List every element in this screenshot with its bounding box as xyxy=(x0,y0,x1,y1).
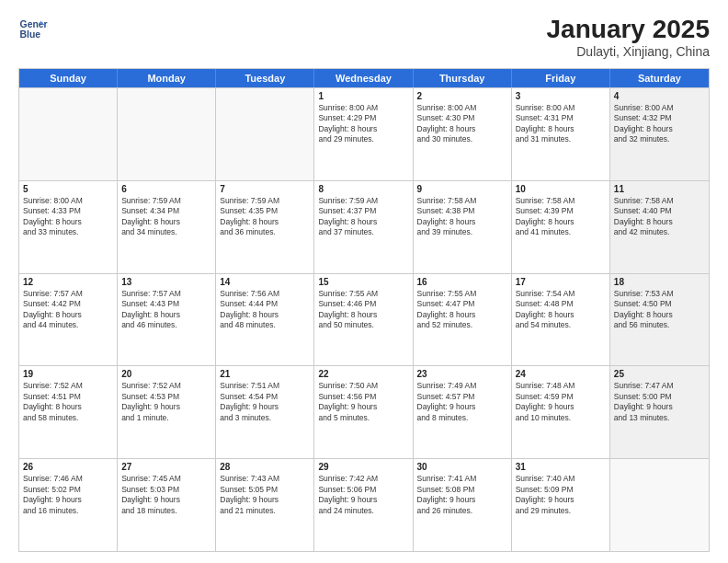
calendar-cell: 27Sunrise: 7:45 AM Sunset: 5:03 PM Dayli… xyxy=(118,459,216,551)
day-number: 23 xyxy=(417,369,507,379)
calendar-cell: 4Sunrise: 8:00 AM Sunset: 4:32 PM Daylig… xyxy=(610,88,709,180)
day-number: 27 xyxy=(121,462,211,472)
day-number: 5 xyxy=(23,184,113,194)
cell-text: Sunrise: 7:42 AM Sunset: 5:06 PM Dayligh… xyxy=(318,474,408,516)
calendar-cell: 2Sunrise: 8:00 AM Sunset: 4:30 PM Daylig… xyxy=(414,88,512,180)
calendar-cell xyxy=(610,459,709,551)
calendar-cell: 21Sunrise: 7:51 AM Sunset: 4:54 PM Dayli… xyxy=(216,366,314,458)
calendar-cell: 31Sunrise: 7:40 AM Sunset: 5:09 PM Dayli… xyxy=(512,459,610,551)
logo-icon: General Blue xyxy=(18,15,48,44)
title-block: January 2025 Dulayti, Xinjiang, China xyxy=(547,15,710,59)
calendar: SundayMondayTuesdayWednesdayThursdayFrid… xyxy=(18,68,710,552)
day-number: 6 xyxy=(121,184,211,194)
calendar-cell: 28Sunrise: 7:43 AM Sunset: 5:05 PM Dayli… xyxy=(216,459,314,551)
day-number: 14 xyxy=(220,277,310,287)
calendar-cell: 1Sunrise: 8:00 AM Sunset: 4:29 PM Daylig… xyxy=(314,88,413,180)
cell-text: Sunrise: 7:55 AM Sunset: 4:46 PM Dayligh… xyxy=(318,289,408,331)
day-number: 10 xyxy=(516,184,606,194)
calendar-cell: 29Sunrise: 7:42 AM Sunset: 5:06 PM Dayli… xyxy=(314,459,413,551)
cell-text: Sunrise: 7:57 AM Sunset: 4:42 PM Dayligh… xyxy=(23,289,113,331)
calendar-header: SundayMondayTuesdayWednesdayThursdayFrid… xyxy=(19,69,709,87)
weekday-header-friday: Friday xyxy=(512,69,610,87)
page: General Blue January 2025 Dulayti, Xinji… xyxy=(0,0,728,563)
calendar-cell: 14Sunrise: 7:56 AM Sunset: 4:44 PM Dayli… xyxy=(216,274,314,366)
calendar-cell: 5Sunrise: 8:00 AM Sunset: 4:33 PM Daylig… xyxy=(19,181,118,273)
calendar-cell: 9Sunrise: 7:58 AM Sunset: 4:38 PM Daylig… xyxy=(414,181,512,273)
calendar-cell: 18Sunrise: 7:53 AM Sunset: 4:50 PM Dayli… xyxy=(610,274,709,366)
cell-text: Sunrise: 7:59 AM Sunset: 4:34 PM Dayligh… xyxy=(121,196,211,238)
day-number: 4 xyxy=(614,91,705,101)
weekday-header-tuesday: Tuesday xyxy=(216,69,314,87)
calendar-cell: 17Sunrise: 7:54 AM Sunset: 4:48 PM Dayli… xyxy=(512,274,610,366)
calendar-cell: 13Sunrise: 7:57 AM Sunset: 4:43 PM Dayli… xyxy=(118,274,216,366)
cell-text: Sunrise: 7:41 AM Sunset: 5:08 PM Dayligh… xyxy=(417,474,507,516)
cell-text: Sunrise: 8:00 AM Sunset: 4:32 PM Dayligh… xyxy=(614,103,705,145)
calendar-row-5: 26Sunrise: 7:46 AM Sunset: 5:02 PM Dayli… xyxy=(19,458,709,551)
weekday-header-thursday: Thursday xyxy=(414,69,512,87)
cell-text: Sunrise: 7:47 AM Sunset: 5:00 PM Dayligh… xyxy=(614,381,705,423)
weekday-header-monday: Monday xyxy=(118,69,216,87)
calendar-cell: 25Sunrise: 7:47 AM Sunset: 5:00 PM Dayli… xyxy=(610,366,709,458)
weekday-header-wednesday: Wednesday xyxy=(314,69,413,87)
header: General Blue January 2025 Dulayti, Xinji… xyxy=(18,15,710,59)
day-number: 7 xyxy=(220,184,310,194)
cell-text: Sunrise: 7:58 AM Sunset: 4:40 PM Dayligh… xyxy=(614,196,705,238)
day-number: 30 xyxy=(417,462,507,472)
cell-text: Sunrise: 7:55 AM Sunset: 4:47 PM Dayligh… xyxy=(417,289,507,331)
day-number: 1 xyxy=(318,91,408,101)
cell-text: Sunrise: 8:00 AM Sunset: 4:30 PM Dayligh… xyxy=(417,103,507,145)
cell-text: Sunrise: 7:40 AM Sunset: 5:09 PM Dayligh… xyxy=(516,474,606,516)
calendar-cell: 19Sunrise: 7:52 AM Sunset: 4:51 PM Dayli… xyxy=(19,366,118,458)
calendar-row-3: 12Sunrise: 7:57 AM Sunset: 4:42 PM Dayli… xyxy=(19,273,709,366)
day-number: 19 xyxy=(23,369,113,379)
cell-text: Sunrise: 7:48 AM Sunset: 4:59 PM Dayligh… xyxy=(516,381,606,423)
cell-text: Sunrise: 7:43 AM Sunset: 5:05 PM Dayligh… xyxy=(220,474,310,516)
day-number: 24 xyxy=(516,369,606,379)
cell-text: Sunrise: 7:57 AM Sunset: 4:43 PM Dayligh… xyxy=(121,289,211,331)
cell-text: Sunrise: 7:59 AM Sunset: 4:37 PM Dayligh… xyxy=(318,196,408,238)
calendar-row-1: 1Sunrise: 8:00 AM Sunset: 4:29 PM Daylig… xyxy=(19,87,709,180)
cell-text: Sunrise: 7:49 AM Sunset: 4:57 PM Dayligh… xyxy=(417,381,507,423)
day-number: 11 xyxy=(614,184,705,194)
cell-text: Sunrise: 7:51 AM Sunset: 4:54 PM Dayligh… xyxy=(220,381,310,423)
day-number: 15 xyxy=(318,277,408,287)
day-number: 9 xyxy=(417,184,507,194)
calendar-cell: 3Sunrise: 8:00 AM Sunset: 4:31 PM Daylig… xyxy=(512,88,610,180)
weekday-header-saturday: Saturday xyxy=(610,69,709,87)
cell-text: Sunrise: 7:58 AM Sunset: 4:38 PM Dayligh… xyxy=(417,196,507,238)
svg-text:Blue: Blue xyxy=(20,29,41,40)
calendar-cell: 6Sunrise: 7:59 AM Sunset: 4:34 PM Daylig… xyxy=(118,181,216,273)
calendar-cell: 8Sunrise: 7:59 AM Sunset: 4:37 PM Daylig… xyxy=(314,181,413,273)
cell-text: Sunrise: 8:00 AM Sunset: 4:33 PM Dayligh… xyxy=(23,196,113,238)
calendar-cell: 22Sunrise: 7:50 AM Sunset: 4:56 PM Dayli… xyxy=(314,366,413,458)
day-number: 26 xyxy=(23,462,113,472)
cell-text: Sunrise: 7:52 AM Sunset: 4:53 PM Dayligh… xyxy=(121,381,211,423)
calendar-row-2: 5Sunrise: 8:00 AM Sunset: 4:33 PM Daylig… xyxy=(19,180,709,273)
cell-text: Sunrise: 7:52 AM Sunset: 4:51 PM Dayligh… xyxy=(23,381,113,423)
cell-text: Sunrise: 7:50 AM Sunset: 4:56 PM Dayligh… xyxy=(318,381,408,423)
calendar-cell xyxy=(118,88,216,180)
calendar-cell: 11Sunrise: 7:58 AM Sunset: 4:40 PM Dayli… xyxy=(610,181,709,273)
cell-text: Sunrise: 7:54 AM Sunset: 4:48 PM Dayligh… xyxy=(516,289,606,331)
day-number: 13 xyxy=(121,277,211,287)
calendar-cell xyxy=(216,88,314,180)
cell-text: Sunrise: 7:46 AM Sunset: 5:02 PM Dayligh… xyxy=(23,474,113,516)
cell-text: Sunrise: 7:45 AM Sunset: 5:03 PM Dayligh… xyxy=(121,474,211,516)
day-number: 17 xyxy=(516,277,606,287)
day-number: 3 xyxy=(516,91,606,101)
calendar-cell: 16Sunrise: 7:55 AM Sunset: 4:47 PM Dayli… xyxy=(414,274,512,366)
day-number: 12 xyxy=(23,277,113,287)
calendar-cell: 26Sunrise: 7:46 AM Sunset: 5:02 PM Dayli… xyxy=(19,459,118,551)
calendar-body: 1Sunrise: 8:00 AM Sunset: 4:29 PM Daylig… xyxy=(19,87,709,551)
day-number: 21 xyxy=(220,369,310,379)
calendar-cell: 20Sunrise: 7:52 AM Sunset: 4:53 PM Dayli… xyxy=(118,366,216,458)
logo: General Blue xyxy=(18,15,48,44)
day-number: 2 xyxy=(417,91,507,101)
cell-text: Sunrise: 8:00 AM Sunset: 4:29 PM Dayligh… xyxy=(318,103,408,145)
day-number: 16 xyxy=(417,277,507,287)
calendar-cell: 10Sunrise: 7:58 AM Sunset: 4:39 PM Dayli… xyxy=(512,181,610,273)
calendar-subtitle: Dulayti, Xinjiang, China xyxy=(547,44,710,59)
day-number: 8 xyxy=(318,184,408,194)
calendar-title: January 2025 xyxy=(547,15,710,44)
cell-text: Sunrise: 8:00 AM Sunset: 4:31 PM Dayligh… xyxy=(516,103,606,145)
